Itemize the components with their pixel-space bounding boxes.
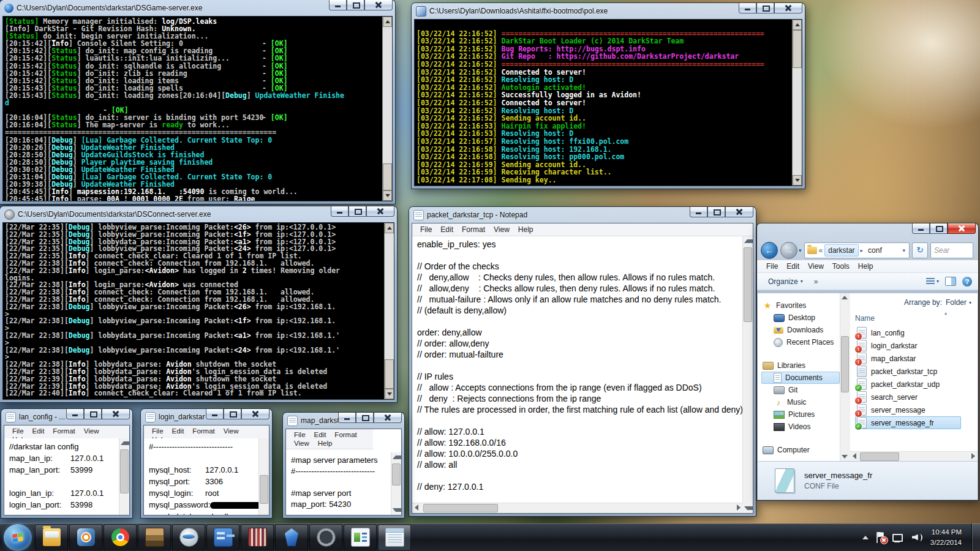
scroll-up-button[interactable] — [393, 455, 402, 459]
explorer-titlebar[interactable] — [757, 223, 978, 241]
maximize-button[interactable] — [224, 409, 241, 419]
ffxi-party-taskbar-button[interactable] — [241, 525, 274, 550]
scroll-down-button[interactable] — [793, 175, 802, 186]
scroll-up-button[interactable] — [842, 296, 848, 299]
dsgame-titlebar[interactable]: C:\Users\Dylan\Documents\darkstar\DSGame… — [0, 0, 395, 16]
map-notepad-text[interactable]: #map server parameters#-----------------… — [286, 452, 391, 515]
tray-expand-arrow[interactable] — [862, 536, 869, 539]
forward-button[interactable]: → — [780, 242, 797, 259]
menu-item-help[interactable]: Help — [514, 225, 538, 234]
nav-item-recent-places[interactable]: Recent Places — [761, 336, 840, 348]
menu-item-edit[interactable]: Edit — [168, 427, 189, 435]
menu-item-edit[interactable]: Edit — [782, 261, 804, 271]
file-packet_darkstar_udp[interactable]: ✓packet_darkstar_udp — [855, 378, 961, 391]
minimize-button[interactable] — [331, 206, 349, 217]
close-button[interactable] — [241, 409, 270, 419]
crystal-tool-taskbar-button[interactable] — [275, 525, 308, 550]
menu-item-file[interactable]: File — [8, 427, 28, 435]
scroll-up-button[interactable] — [383, 17, 392, 27]
menu-item-file[interactable]: File — [148, 427, 168, 435]
scroll-thumb[interactable] — [423, 504, 498, 512]
menu-item-format[interactable]: Format — [188, 427, 219, 435]
control-panel-taskbar-button[interactable] — [206, 525, 239, 550]
ffxi-launcher-taskbar-button[interactable] — [309, 525, 342, 550]
nav-item-computer[interactable]: Computer — [761, 444, 840, 456]
minimize-button[interactable] — [338, 413, 356, 423]
windows-explorer-taskbar-button[interactable] — [35, 525, 68, 550]
maximize-button[interactable] — [347, 0, 364, 10]
nav-scrollbar[interactable] — [840, 293, 850, 461]
menu-item-view[interactable]: View — [80, 427, 104, 435]
toolbar-overflow-chevron[interactable]: » — [814, 277, 818, 286]
scroll-left-button[interactable] — [853, 453, 856, 459]
vertical-scrollbar[interactable] — [391, 452, 401, 515]
nav-item-videos[interactable]: Videos — [761, 421, 840, 433]
file-login_darkstar[interactable]: !login_darkstar — [855, 339, 961, 352]
back-button[interactable]: ← — [761, 242, 778, 259]
close-button[interactable] — [102, 409, 130, 419]
nav-item-documents[interactable]: Documents — [761, 372, 840, 384]
scroll-up-button[interactable] — [793, 20, 802, 30]
scroll-thumb[interactable] — [744, 247, 752, 322]
nav-item-music[interactable]: ♪Music — [761, 396, 840, 408]
minimize-button[interactable] — [912, 223, 930, 234]
menu-item-help[interactable]: Help — [314, 439, 337, 448]
menu-item-file[interactable]: File — [762, 261, 782, 271]
breadcrumb-darkstar[interactable]: darkstar — [824, 244, 858, 257]
maximize-button[interactable] — [84, 409, 102, 419]
menu-item-view[interactable]: View — [489, 225, 514, 234]
minimize-button[interactable] — [690, 207, 707, 217]
scroll-right-button[interactable] — [737, 504, 741, 511]
address-breadcrumb[interactable]: « darkstar ▸ conf ▾ — [804, 242, 910, 258]
menu-item-view[interactable]: View — [219, 427, 243, 435]
address-dropdown-icon[interactable]: ▾ — [902, 247, 907, 253]
nav-item-git[interactable]: Git — [761, 384, 840, 396]
scroll-thumb[interactable] — [841, 336, 849, 392]
scroll-down-button[interactable] — [385, 389, 394, 399]
network-icon[interactable] — [892, 533, 905, 542]
media-player-taskbar-button[interactable] — [69, 525, 102, 550]
vertical-scrollbar[interactable] — [742, 236, 753, 513]
file-search_server[interactable]: !search_server — [855, 391, 961, 403]
notepad-taskbar-button[interactable] — [378, 525, 411, 550]
maximize-button[interactable] — [356, 413, 374, 423]
file-lan_config[interactable]: !lan_config — [855, 326, 961, 339]
map-notepad-titlebar[interactable]: map_darksta... — [283, 413, 404, 429]
minimize-button[interactable] — [66, 409, 84, 419]
close-button[interactable] — [774, 3, 802, 13]
scroll-thumb[interactable] — [120, 449, 129, 493]
horizontal-scrollbar[interactable] — [412, 503, 743, 513]
menu-item-format[interactable]: Format — [48, 427, 79, 435]
arrange-by-dropdown[interactable]: Folder ▾ — [946, 298, 971, 307]
lan-notepad-text[interactable]: //darkstar lan configmap_lan_ip:127.0.0.… — [4, 438, 119, 515]
scroll-thumb[interactable] — [385, 359, 394, 389]
views-button[interactable]: ▾ — [926, 278, 939, 285]
menu-item-view[interactable]: View — [290, 439, 314, 448]
vertical-scrollbar[interactable] — [384, 223, 394, 399]
menu-item-file[interactable]: File — [416, 225, 436, 234]
vertical-scrollbar[interactable] — [792, 20, 802, 186]
breadcrumb-overflow-chevron[interactable]: « — [819, 246, 823, 255]
scroll-thumb[interactable] — [860, 452, 899, 461]
scroll-up-button[interactable] — [121, 441, 130, 445]
scroll-down-button[interactable] — [842, 455, 848, 459]
close-button[interactable] — [364, 0, 393, 10]
minimize-button[interactable] — [739, 3, 756, 13]
menu-item-edit[interactable]: Edit — [28, 427, 49, 435]
nav-item-downloads[interactable]: Downloads — [761, 324, 840, 336]
scroll-left-button[interactable] — [415, 504, 418, 511]
pol-titlebar[interactable]: C:\Users\Dylan\Downloads\Ashita\ffxi-boo… — [412, 3, 805, 19]
dsconnect-titlebar[interactable]: C:\Users\Dylan\Documents\darkstar\DSConn… — [0, 206, 397, 222]
close-button[interactable] — [374, 413, 402, 423]
clock[interactable]: 10:44 PM 3/22/2014 — [930, 527, 962, 547]
start-button[interactable] — [4, 524, 32, 551]
scroll-down-button[interactable] — [744, 506, 753, 510]
voice-chat-taskbar-button[interactable] — [172, 525, 205, 550]
breadcrumb-conf[interactable]: conf — [865, 245, 885, 256]
menu-item-view[interactable]: View — [804, 261, 828, 271]
close-button[interactable] — [948, 223, 976, 234]
maximize-button[interactable] — [349, 206, 366, 217]
packet-notepad-text[interactable]: enable_ip_rules: yes // Order of the che… — [412, 236, 743, 513]
scroll-thumb[interactable] — [383, 163, 392, 190]
file-server_message[interactable]: !server_message — [855, 403, 961, 416]
